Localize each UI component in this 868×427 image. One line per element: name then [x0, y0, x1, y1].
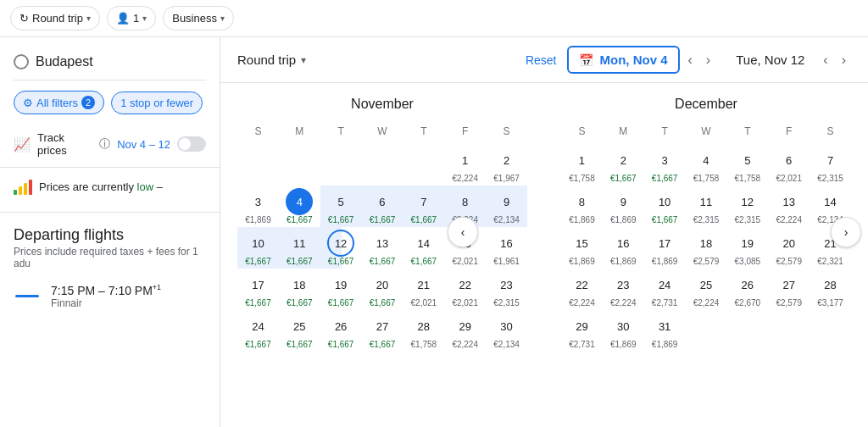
- day-cell[interactable]: 26€2,670: [726, 269, 768, 310]
- flight-time: 7:15 PM – 7:10 PM+1: [51, 283, 206, 297]
- day-cell[interactable]: 9€1,869: [603, 186, 644, 227]
- day-cell[interactable]: 18€1,667: [279, 269, 320, 310]
- date-2-next-button[interactable]: ›: [837, 49, 851, 71]
- day-cell[interactable]: 20€2,579: [768, 227, 810, 269]
- date-2-box[interactable]: Tue, Nov 12: [726, 47, 815, 72]
- day-cell[interactable]: 6€1,667: [362, 186, 403, 227]
- flight-row[interactable]: 7:15 PM – 7:10 PM+1 Finnair: [0, 273, 220, 319]
- day-cell: [726, 310, 768, 352]
- day-cell[interactable]: 1€1,758: [561, 144, 603, 186]
- day-cell[interactable]: 24€1,667: [237, 310, 279, 352]
- day-cell[interactable]: 28€1,758: [403, 310, 444, 352]
- trip-type-button[interactable]: ↻ Round trip ▾: [10, 6, 100, 30]
- price-banner: Prices are currently low –: [0, 167, 220, 205]
- day-cell[interactable]: 21€2,021: [403, 269, 444, 310]
- day-cell[interactable]: 30€2,134: [486, 310, 527, 352]
- day-cell[interactable]: 26€1,667: [320, 310, 362, 352]
- day-cell[interactable]: 28€3,177: [810, 269, 851, 310]
- cal-trip-type-selector[interactable]: Round trip ▾: [237, 53, 306, 67]
- day-header: F: [444, 122, 486, 144]
- day-cell[interactable]: 11€1,667: [279, 227, 320, 269]
- day-cell: [320, 144, 362, 186]
- day-cell[interactable]: 27€1,667: [362, 310, 403, 352]
- day-cell[interactable]: 25€1,667: [279, 310, 320, 352]
- day-cell[interactable]: 19€1,667: [320, 269, 362, 310]
- stop-filter-button[interactable]: 1 stop or fewer: [111, 92, 203, 114]
- day-cell[interactable]: 17€1,667: [237, 269, 279, 310]
- day-number: 30: [609, 313, 637, 340]
- passengers-button[interactable]: 👤 1 ▾: [107, 6, 156, 30]
- day-price: €1,667: [364, 257, 402, 266]
- day-cell[interactable]: 3€1,869: [237, 186, 279, 227]
- day-cell[interactable]: 3€1,667: [644, 144, 686, 186]
- day-cell[interactable]: 17€1,869: [644, 227, 686, 269]
- day-cell[interactable]: 5€1,667: [320, 186, 362, 227]
- day-cell[interactable]: 4€1,667: [279, 186, 320, 227]
- day-number: 13: [776, 188, 803, 215]
- day-cell[interactable]: 1€2,224: [444, 144, 486, 186]
- day-price: €1,667: [364, 298, 402, 308]
- day-cell[interactable]: 18€2,579: [686, 227, 727, 269]
- day-cell[interactable]: 7€1,667: [403, 186, 444, 227]
- date-2-nav: Tue, Nov 12 ‹ ›: [726, 47, 851, 72]
- day-number: 11: [693, 188, 720, 215]
- day-cell: [810, 310, 851, 352]
- day-cell[interactable]: 25€2,224: [686, 269, 727, 310]
- scroll-right-button[interactable]: ›: [831, 217, 861, 247]
- day-cell[interactable]: 5€1,758: [726, 144, 768, 186]
- departing-subtitle: Prices include required taxes + fees for…: [14, 246, 206, 269]
- day-number: 2: [493, 147, 520, 174]
- day-cell[interactable]: 10€1,667: [644, 186, 686, 227]
- date-1-next-button[interactable]: ›: [701, 49, 715, 71]
- day-cell: [237, 144, 279, 186]
- day-cell[interactable]: 22€2,224: [561, 269, 603, 310]
- day-cell[interactable]: 14€1,667: [403, 227, 444, 269]
- date-1-box[interactable]: 📅 Mon, Nov 4: [567, 46, 680, 74]
- main-layout: ⚙ All filters 2 1 stop or fewer 📈 Track …: [0, 37, 868, 427]
- day-cell[interactable]: 16€1,961: [486, 227, 527, 269]
- day-cell[interactable]: 10€1,667: [237, 227, 279, 269]
- day-cell[interactable]: 20€1,667: [362, 269, 403, 310]
- day-cell[interactable]: 24€2,731: [644, 269, 686, 310]
- day-number: 4: [693, 147, 720, 174]
- day-number: 22: [452, 271, 479, 298]
- day-cell[interactable]: 23€2,224: [603, 269, 644, 310]
- reset-button[interactable]: Reset: [526, 53, 557, 67]
- day-cell[interactable]: 7€2,315: [810, 144, 851, 186]
- scroll-left-button[interactable]: ‹: [448, 217, 478, 247]
- day-cell[interactable]: 31€1,869: [644, 310, 686, 352]
- day-cell[interactable]: 2€1,967: [486, 144, 527, 186]
- destination-input[interactable]: [36, 54, 206, 69]
- day-cell[interactable]: 19€3,085: [726, 227, 768, 269]
- day-price: €1,758: [563, 174, 601, 183]
- date-2-prev-button[interactable]: ‹: [818, 49, 832, 71]
- day-cell[interactable]: 13€1,667: [362, 227, 403, 269]
- day-price: €2,315: [487, 298, 526, 308]
- cabin-class-button[interactable]: Business ▾: [163, 6, 234, 30]
- day-cell[interactable]: 13€2,224: [768, 186, 810, 227]
- day-cell[interactable]: 27€2,579: [768, 269, 810, 310]
- day-cell[interactable]: 22€2,021: [444, 269, 486, 310]
- day-cell[interactable]: 11€2,315: [686, 186, 727, 227]
- day-price: €1,967: [487, 174, 526, 183]
- day-cell[interactable]: 29€2,224: [444, 310, 486, 352]
- day-cell[interactable]: 12€2,315: [726, 186, 768, 227]
- track-prices-toggle[interactable]: [177, 136, 206, 152]
- day-cell[interactable]: 15€1,869: [561, 227, 603, 269]
- day-cell[interactable]: 8€1,869: [561, 186, 603, 227]
- day-cell[interactable]: 12€1,667: [320, 227, 362, 269]
- day-cell[interactable]: 29€2,731: [561, 310, 603, 352]
- day-cell[interactable]: 4€1,758: [686, 144, 727, 186]
- day-number: 1: [452, 147, 479, 174]
- date-1-prev-button[interactable]: ‹: [683, 49, 698, 71]
- day-cell[interactable]: 16€1,869: [603, 227, 644, 269]
- day-number: 1: [568, 147, 595, 174]
- day-cell[interactable]: 9€2,134: [486, 186, 527, 227]
- day-price: €1,869: [239, 215, 277, 225]
- day-cell[interactable]: 6€2,021: [768, 144, 810, 186]
- all-filters-button[interactable]: ⚙ All filters 2: [14, 91, 104, 114]
- day-cell[interactable]: 30€1,869: [603, 310, 644, 352]
- day-price: €1,667: [239, 257, 277, 266]
- day-cell[interactable]: 2€1,667: [603, 144, 644, 186]
- day-cell[interactable]: 23€2,315: [486, 269, 527, 310]
